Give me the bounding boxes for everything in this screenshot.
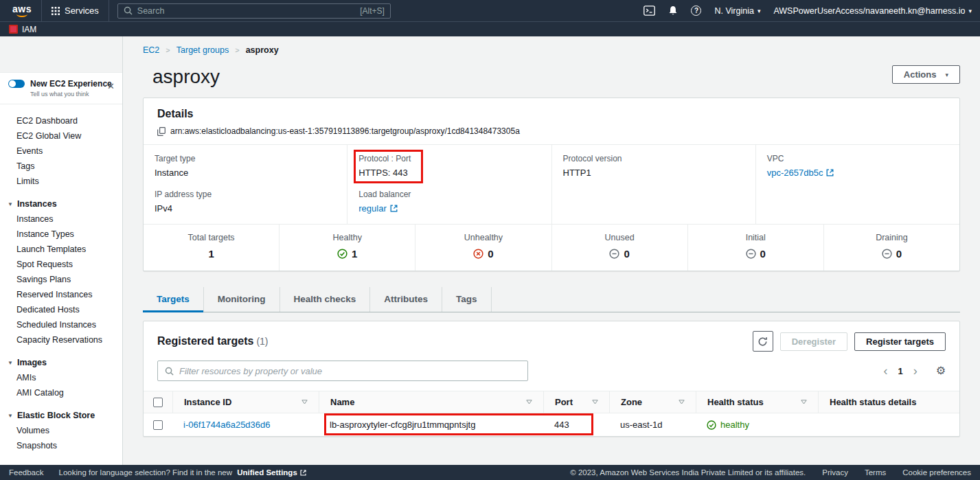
iam-shortcut[interactable]: IAM [22, 25, 36, 34]
select-all-checkbox[interactable] [153, 398, 163, 407]
filter-input[interactable] [179, 366, 521, 376]
sidebar-item-ec2-global-view[interactable]: EC2 Global View [0, 128, 122, 144]
close-icon[interactable]: ✕ [107, 82, 115, 91]
sidebar-item-ec2-dashboard[interactable]: EC2 Dashboard [0, 113, 122, 128]
tab-monitoring[interactable]: Monitoring [204, 287, 280, 312]
settings-gear-icon[interactable]: ⚙ [936, 365, 946, 376]
sort-icon[interactable] [301, 400, 308, 404]
deregister-button[interactable]: Deregister [780, 332, 847, 351]
region-selector[interactable]: N. Virginia ▾ [714, 6, 760, 16]
table-header-row: Instance ID Name Port Zone [144, 391, 959, 413]
sidebar-item-instances[interactable]: Instances [0, 212, 122, 227]
sidebar-item-capacity-reservations[interactable]: Capacity Reservations [0, 332, 122, 347]
cloudshell-button[interactable] [643, 5, 655, 16]
column-header-zone[interactable]: Zone [609, 391, 696, 413]
pagination-page-1[interactable]: 1 [898, 366, 902, 376]
sort-icon[interactable] [679, 400, 685, 404]
sidebar-item-scheduled-instances[interactable]: Scheduled Instances [0, 317, 122, 332]
sort-icon[interactable] [592, 400, 598, 404]
neutral-minus-icon [882, 249, 892, 259]
sidebar-item-instance-types[interactable]: Instance Types [0, 227, 122, 242]
healthy-check-icon [337, 249, 347, 259]
help-icon: ? [691, 5, 701, 16]
stat-unhealthy: Unhealthy 0 [415, 225, 551, 271]
port-cell: 443 [543, 413, 609, 436]
cloudshell-icon [643, 5, 655, 16]
sidebar-item-snapshots[interactable]: Snapshots [0, 438, 122, 453]
sidebar-item-savings-plans[interactable]: Savings Plans [0, 272, 122, 287]
sidebar-item-tags[interactable]: Tags [0, 159, 122, 174]
top-navigation-bar: aws Services [Alt+S] ? N. Virginia ▾ [0, 0, 980, 21]
sidebar-item-limits[interactable]: Limits [0, 174, 122, 189]
filter-field[interactable] [157, 361, 528, 381]
sidebar-item-events[interactable]: Events [0, 144, 122, 159]
cookie-preferences-link[interactable]: Cookie preferences [902, 468, 971, 477]
vpc-link[interactable]: vpc-2657db5c [767, 168, 834, 178]
aws-logo[interactable]: aws [5, 5, 38, 17]
row-checkbox[interactable] [153, 420, 163, 430]
instance-id-link[interactable]: i-06f1744a6a25d36d6 [183, 420, 271, 430]
refresh-button[interactable] [753, 331, 773, 352]
sidebar: New EC2 Experience ✕ Tell us what you th… [0, 36, 123, 465]
console-footer: Feedback Looking for language selection?… [0, 465, 980, 480]
tab-attributes[interactable]: Attributes [370, 287, 442, 312]
sidebar-item-amis[interactable]: AMIs [0, 370, 122, 385]
sidebar-item-launch-templates[interactable]: Launch Templates [0, 242, 122, 257]
field-target-type: Target type Instance [155, 154, 336, 178]
tab-health-checks[interactable]: Health checks [280, 287, 371, 312]
privacy-link[interactable]: Privacy [822, 468, 848, 477]
field-ip-address-type: IP address type IPv4 [155, 190, 336, 214]
refresh-icon [757, 336, 768, 347]
breadcrumb-separator: > [235, 46, 239, 54]
sidebar-section-images[interactable]: ▼ Images [0, 355, 122, 370]
column-header-port[interactable]: Port [543, 391, 609, 413]
language-notice: Looking for language selection? Find it … [59, 468, 306, 477]
feedback-link[interactable]: Feedback [9, 468, 44, 477]
breadcrumb-link-ec2[interactable]: EC2 [143, 45, 159, 55]
load-balancer-link[interactable]: regular [358, 203, 397, 214]
unified-settings-link[interactable]: Unified Settings [237, 468, 306, 477]
column-header-health-status-details: Health status details [818, 391, 959, 413]
breadcrumb-current: asproxy [246, 45, 279, 55]
sort-icon[interactable] [801, 400, 807, 404]
breadcrumb-link-target-groups[interactable]: Target groups [176, 45, 229, 55]
help-button[interactable]: ? [691, 5, 701, 16]
health-status-cell: healthy [696, 413, 818, 436]
new-experience-toggle[interactable] [8, 80, 25, 88]
terms-link[interactable]: Terms [865, 468, 886, 477]
tab-tags[interactable]: Tags [442, 287, 492, 312]
nav-divider [41, 0, 42, 21]
account-label: AWSPowerUserAccess/navaneeth.kn@harness.… [773, 6, 965, 16]
tab-targets[interactable]: Targets [143, 287, 204, 312]
sidebar-item-spot-requests[interactable]: Spot Requests [0, 257, 122, 272]
sidebar-item-ami-catalog[interactable]: AMI Catalog [0, 385, 122, 400]
target-health-summary: Total targets 1 Healthy 1 Unhealthy 0 [144, 224, 959, 271]
caret-down-icon: ▾ [968, 8, 972, 14]
search-bar[interactable]: [Alt+S] [117, 3, 391, 19]
external-link-icon [390, 205, 398, 212]
search-input[interactable] [137, 6, 355, 16]
pagination-prev-icon[interactable]: ‹ [883, 365, 887, 377]
sidebar-section-instances[interactable]: ▼ Instances [0, 196, 122, 212]
search-icon [124, 6, 133, 15]
external-link-icon [826, 169, 834, 176]
pagination-next-icon[interactable]: › [913, 365, 918, 377]
account-menu[interactable]: AWSPowerUserAccess/navaneeth.kn@harness.… [773, 6, 972, 16]
register-targets-button[interactable]: Register targets [854, 332, 946, 351]
services-menu[interactable]: Services [45, 0, 106, 21]
sidebar-item-dedicated-hosts[interactable]: Dedicated Hosts [0, 302, 122, 317]
sidebar-spacer [0, 36, 122, 73]
column-header-health-status[interactable]: Health status [696, 391, 818, 413]
copy-icon[interactable] [157, 127, 166, 136]
column-header-instance-id[interactable]: Instance ID [172, 391, 319, 413]
actions-button[interactable]: Actions ▾ [892, 65, 960, 84]
sidebar-section-elastic-block-store[interactable]: ▼ Elastic Block Store [0, 408, 122, 423]
column-header-name[interactable]: Name [319, 391, 543, 413]
sort-icon[interactable] [526, 400, 532, 404]
details-grid: Target type Instance IP address type IPv… [144, 144, 959, 224]
sidebar-item-volumes[interactable]: Volumes [0, 423, 122, 438]
notifications-button[interactable] [668, 5, 678, 16]
breadcrumb: EC2 > Target groups > asproxy [143, 45, 960, 55]
sidebar-menu: EC2 Dashboard EC2 Global View Events Tag… [0, 104, 122, 460]
sidebar-item-reserved-instances[interactable]: Reserved Instances [0, 287, 122, 302]
